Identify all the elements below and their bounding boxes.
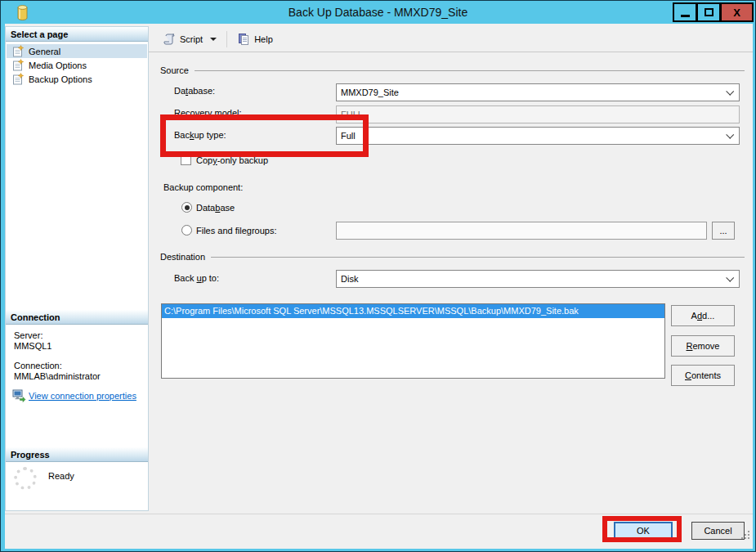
maximize-icon [705,8,714,16]
database-radio[interactable] [181,202,192,213]
progress-status: Ready [48,471,74,481]
server-label: Server: [14,330,42,340]
progress-header: Progress [6,447,148,462]
dialog-toolbar: Script Help [149,26,753,52]
recovery-model-field: FULL [336,105,740,123]
connection-label: Connection: [14,361,62,370]
view-connection-properties-link[interactable]: View connection properties [29,391,136,401]
files-and-filegroups-field [336,222,707,240]
resize-grip[interactable] [741,531,751,541]
backup-type-combobox-value: Full [341,131,356,141]
contents-button-label: Contents [685,370,721,380]
recovery-model-label: Recovery model: [174,108,242,118]
backup-file-path-item[interactable]: C:\Program Files\Microsoft SQL Server\MS… [162,304,664,318]
dialog-content: Select a page General [5,24,753,549]
chevron-down-icon [210,38,217,41]
browse-button-label: ... [719,226,727,236]
back-up-to-label: Back up to: [174,273,219,283]
database-combobox[interactable]: MMXD79_Site [336,83,740,101]
select-a-page-header: Select a page [6,27,148,42]
database-radio-label[interactable]: Database [196,203,235,213]
sidebar-item-label: General [29,47,60,56]
sidebar-item-label: Backup Options [29,74,92,84]
source-group: Source [160,65,745,75]
chevron-down-icon [726,274,734,282]
page-icon [12,59,25,71]
title-bar[interactable]: Back Up Database - MMXD79_Site X [1,1,755,24]
connection-properties-icon [12,388,26,402]
connection-header: Connection [6,310,148,325]
close-icon: X [733,7,740,19]
maximize-button[interactable] [696,2,721,22]
add-button[interactable]: Add... [671,305,735,326]
files-and-filegroups-label[interactable]: Files and filegroups: [196,226,276,236]
footer-divider [5,514,753,514]
remove-button[interactable]: Remove [671,335,735,357]
minimize-button[interactable] [673,2,697,22]
script-button[interactable]: Script [159,30,220,48]
backup-type-combobox[interactable]: Full [336,127,740,145]
backup-destinations-listbox[interactable]: C:\Program Files\Microsoft SQL Server\MS… [161,303,665,379]
copy-only-backup-label[interactable]: Copy-only backup [196,155,268,165]
sidebar: Select a page General [5,26,149,511]
group-rule [211,257,745,258]
sidebar-item-label: Media Options [29,61,87,70]
sidebar-item-backup-options[interactable]: Backup Options [7,72,147,86]
files-and-filegroups-radio[interactable] [181,225,192,236]
server-value: MMSQL1 [14,341,51,351]
backup-component-label: Backup component: [163,182,243,192]
destination-group: Destination [160,252,745,262]
script-icon [163,33,176,46]
connection-value: MMLAB\administrator [14,371,101,381]
add-button-label: Add... [691,311,715,321]
minimize-icon [681,15,690,17]
browse-button[interactable]: ... [712,222,735,240]
help-button[interactable]: Help [234,30,276,48]
back-up-to-combobox[interactable]: Disk [336,270,740,288]
backup-type-label: Backup type: [174,130,226,140]
contents-button[interactable]: Contents [671,365,735,386]
destination-group-label: Destination [160,252,205,262]
close-button[interactable]: X [720,2,754,22]
window-title: Back Up Database - MMXD79_Site [1,1,755,24]
sidebar-item-media-options[interactable]: Media Options [7,58,147,72]
sidebar-item-general[interactable]: General [7,44,147,58]
backup-database-dialog: Back Up Database - MMXD79_Site X Select … [0,0,756,552]
ok-button-label: OK [637,526,650,536]
page-icon [12,45,25,57]
ok-button[interactable]: OK [614,522,673,540]
chevron-down-icon [726,131,734,139]
remove-button-label: Remove [687,341,720,351]
group-rule [195,70,745,71]
copy-only-backup-checkbox[interactable] [181,155,191,165]
progress-spinner-icon [14,467,37,490]
cancel-button[interactable]: Cancel [691,522,745,540]
toolbar-separator [226,31,227,47]
page-icon [12,73,25,85]
back-up-to-combobox-value: Disk [341,274,358,284]
script-label: Script [180,34,203,44]
database-combobox-value: MMXD79_Site [341,88,399,97]
chevron-down-icon [726,88,734,96]
help-label: Help [254,34,273,44]
help-icon [237,33,250,46]
database-label: Database: [174,86,215,96]
source-group-label: Source [160,65,189,75]
recovery-model-value: FULL [341,110,363,119]
cancel-button-label: Cancel [704,526,731,536]
